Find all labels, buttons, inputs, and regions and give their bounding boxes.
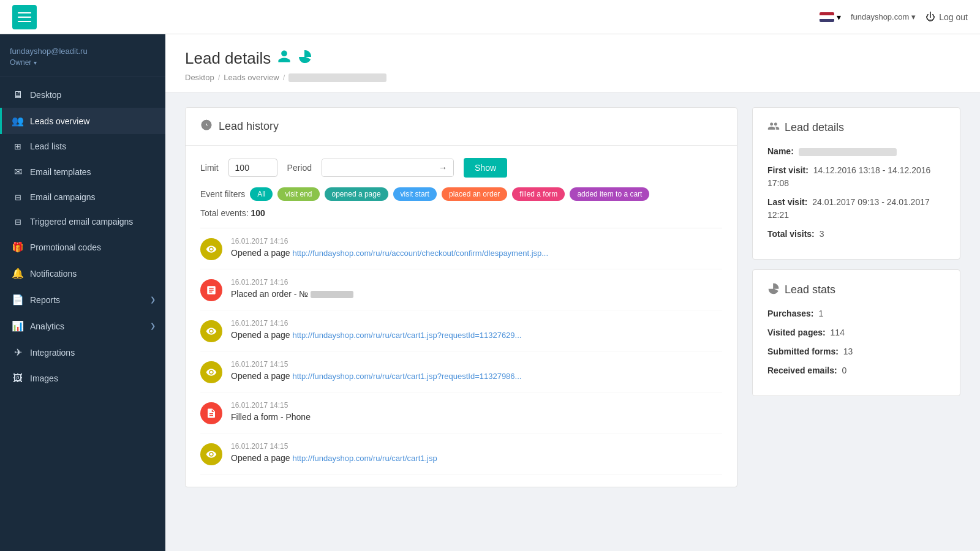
- sidebar-item-analytics[interactable]: 📊 Analytics ❯: [0, 313, 165, 339]
- event-text-2: Placed an order - №: [231, 289, 722, 299]
- event-text-3: Opened a page http://fundayshop.com/ru/r…: [231, 330, 722, 340]
- sidebar-item-label-reports: Reports: [30, 295, 60, 305]
- event-icon-eye-4: [200, 443, 222, 465]
- sidebar-item-images[interactable]: 🖼 Images: [0, 365, 165, 391]
- breadcrumb: Desktop / Leads overview /: [185, 73, 960, 82]
- logout-button[interactable]: ⏻ Log out: [925, 12, 968, 23]
- purchases-value: 1: [818, 309, 823, 318]
- language-button[interactable]: ▾: [820, 12, 841, 22]
- integrations-icon: ✈: [12, 347, 24, 358]
- sidebar-item-email-campaigns[interactable]: ⊟ Email campaigns: [0, 185, 165, 209]
- lead-details-icon: [767, 120, 780, 135]
- detail-row-last-visit: Last visit: 24.01.2017 09:13 - 24.01.201…: [767, 196, 945, 222]
- sidebar-item-reports[interactable]: 📄 Reports ❯: [0, 287, 165, 313]
- logout-icon: ⏻: [925, 12, 935, 23]
- received-emails-label: Received emails:: [767, 365, 837, 375]
- breadcrumb-leads-overview[interactable]: Leads overview: [224, 73, 279, 82]
- event-body-4: 16.01.2017 14:15 Opened a page http://fu…: [231, 360, 722, 381]
- event-time-4: 16.01.2017 14:15: [231, 360, 722, 369]
- analytics-chevron: ❯: [150, 322, 156, 330]
- lead-stats-card: Lead stats Purchases: 1 Visited pages: 1…: [752, 269, 960, 396]
- lead-history-body: Limit Period → Show Event filters All vi…: [186, 146, 737, 487]
- filter-tag-placed-order[interactable]: placed an order: [442, 187, 507, 201]
- filter-tag-visit-start[interactable]: visit start: [393, 187, 437, 201]
- limit-input[interactable]: [228, 159, 277, 177]
- logout-label: Log out: [939, 12, 968, 22]
- detail-row-total-visits: Total visits: 3: [767, 228, 945, 241]
- hamburger-button[interactable]: [12, 5, 37, 29]
- event-item-2: 16.01.2017 14:16 Placed an order - №: [200, 269, 722, 310]
- sidebar-role-chevron: ▾: [34, 59, 37, 66]
- name-label: Name:: [767, 146, 794, 156]
- submitted-forms-value: 13: [843, 347, 853, 356]
- navbar-right: ▾ fundayshop.com ▾ ⏻ Log out: [820, 12, 968, 23]
- domain-button[interactable]: fundayshop.com ▾: [851, 12, 916, 21]
- reports-icon: 📄: [12, 294, 24, 305]
- hamburger-line-1: [18, 12, 31, 13]
- lead-lists-icon: ⊞: [12, 141, 24, 151]
- sidebar-item-triggered-email-campaigns[interactable]: ⊟ Triggered email campaigns: [0, 209, 165, 234]
- lead-history-header: Lead history: [186, 108, 737, 146]
- period-arrow-icon: →: [432, 159, 453, 176]
- images-icon: 🖼: [12, 373, 24, 384]
- purchases-label: Purchases:: [767, 309, 813, 318]
- sidebar-item-desktop[interactable]: 🖥 Desktop: [0, 82, 165, 108]
- sidebar-item-email-templates[interactable]: ✉ Email templates: [0, 159, 165, 185]
- sidebar-item-lead-lists[interactable]: ⊞ Lead lists: [0, 134, 165, 159]
- stats-row-visited-pages: Visited pages: 114: [767, 326, 945, 339]
- event-link-3[interactable]: http://fundayshop.com/ru/ru/cart/cart1.j…: [292, 331, 521, 340]
- event-item-6: 16.01.2017 14:15 Opened a page http://fu…: [200, 433, 722, 474]
- lead-details-title-text: Lead details: [785, 121, 844, 134]
- detail-row-name: Name:: [767, 145, 945, 158]
- lead-details-title: Lead details: [767, 120, 945, 135]
- flag-icon: [820, 12, 834, 22]
- period-label: Period: [287, 163, 312, 173]
- total-events-value: 100: [251, 208, 265, 218]
- breadcrumb-desktop[interactable]: Desktop: [185, 73, 214, 82]
- visited-pages-value: 114: [831, 328, 845, 337]
- sidebar-item-label-email-campaigns: Email campaigns: [30, 192, 96, 202]
- event-time-2: 16.01.2017 14:16: [231, 278, 722, 287]
- filter-tag-visit-end[interactable]: visit end: [277, 187, 319, 201]
- event-icon-eye-2: [200, 320, 222, 342]
- filter-tag-filled-form[interactable]: filled a form: [512, 187, 565, 201]
- event-link-1[interactable]: http://fundayshop.com/ru/ru/account/chec…: [292, 249, 548, 258]
- sidebar-item-label-integrations: Integrations: [30, 348, 75, 358]
- show-button[interactable]: Show: [464, 158, 507, 178]
- first-visit-label: First visit:: [767, 165, 809, 175]
- event-link-6[interactable]: http://fundayshop.com/ru/ru/cart/cart1.j…: [292, 454, 437, 463]
- limit-label: Limit: [200, 163, 219, 173]
- event-text-6: Opened a page http://fundayshop.com/ru/r…: [231, 453, 722, 463]
- flag-arrow: ▾: [837, 12, 841, 22]
- sidebar-item-integrations[interactable]: ✈ Integrations: [0, 339, 165, 365]
- main-content: Lead details Desktop / Leads overview /: [165, 34, 980, 551]
- filter-tag-opened-page[interactable]: opened a page: [325, 187, 388, 201]
- lead-stats-title-text: Lead stats: [785, 283, 835, 296]
- total-events: Total events: 100: [200, 208, 722, 218]
- page-title: Lead details: [185, 49, 960, 68]
- sidebar-item-label-triggered: Triggered email campaigns: [30, 217, 133, 227]
- page-title-text: Lead details: [185, 49, 271, 68]
- total-visits-value: 3: [820, 229, 824, 239]
- sidebar-item-promotional-codes[interactable]: 🎁 Promotional codes: [0, 234, 165, 260]
- events-list: 16.01.2017 14:16 Opened a page http://fu…: [200, 228, 722, 474]
- sidebar-item-label-analytics: Analytics: [30, 321, 64, 331]
- sidebar-nav: 🖥 Desktop 👥 Leads overview ⊞ Lead lists …: [0, 77, 165, 396]
- event-body-2: 16.01.2017 14:16 Placed an order - №: [231, 278, 722, 299]
- filter-tag-added-cart[interactable]: added item to a cart: [570, 187, 649, 201]
- visited-pages-label: Visited pages:: [767, 328, 826, 337]
- period-input-group: →: [322, 159, 454, 177]
- sidebar-item-label-email-templates: Email templates: [30, 167, 91, 177]
- sidebar-username: fundayshop@leadit.ru: [10, 47, 156, 56]
- sidebar-item-leads-overview[interactable]: 👥 Leads overview: [0, 108, 165, 134]
- event-body-3: 16.01.2017 14:16 Opened a page http://fu…: [231, 319, 722, 340]
- sidebar-item-label-lead-lists: Lead lists: [30, 141, 66, 151]
- period-input[interactable]: [322, 159, 432, 176]
- sidebar-item-notifications[interactable]: 🔔 Notifications: [0, 260, 165, 287]
- sidebar-role-button[interactable]: Owner ▾: [10, 58, 156, 67]
- filter-tag-all[interactable]: All: [250, 187, 273, 201]
- event-link-4[interactable]: http://fundayshop.com/ru/ru/cart/cart1.j…: [292, 372, 521, 381]
- hamburger-line-2: [18, 17, 31, 18]
- domain-arrow: ▾: [911, 12, 916, 21]
- hamburger-line-3: [18, 21, 31, 22]
